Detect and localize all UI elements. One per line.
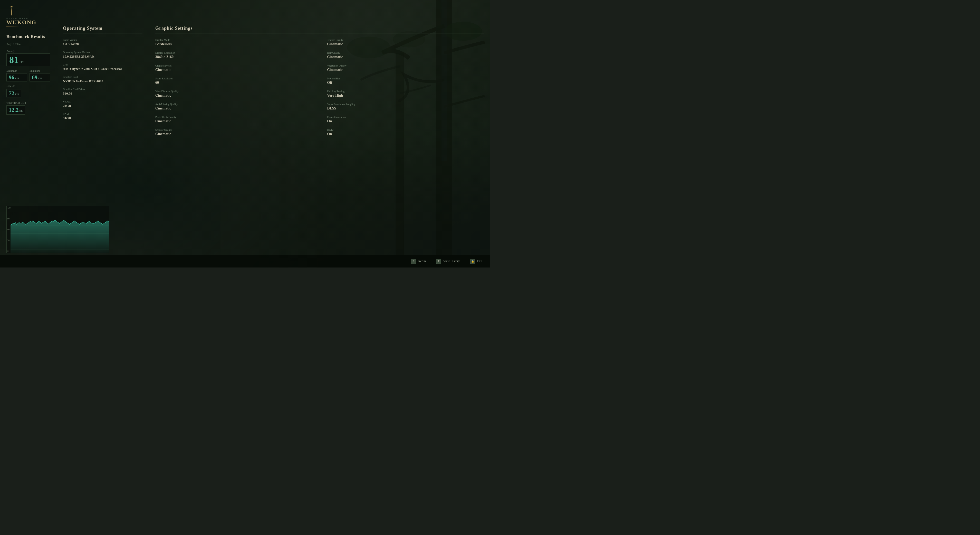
super-res-value: 60 [155,81,312,85]
vram-unit: GB [19,110,23,112]
max-label: Maximum [6,69,27,72]
texture-quality-label: Texture Quality [327,38,484,42]
frame-gen-value: On [327,119,484,123]
cpu-label: CPU [63,63,142,66]
display-mode-label: Display Mode [155,38,312,42]
logo-icon [6,5,21,17]
logo: BLACK MYTH WUKONG [6,5,50,27]
super-res-label: Super Resolution [155,77,312,80]
max-unit: FPS [15,77,19,80]
settings-right-col: Texture Quality Cinematic Hair Quality C… [327,38,484,141]
gpu-item: Graphics Card NVIDIA GeForce RTX 4090 [63,75,142,83]
graphics-preset-item: Graphics Preset Cinematic [155,64,312,72]
benchmark-date: Aug 13, 2024 [6,43,50,45]
anti-aliasing-item: Anti-Aliasing Quality Cinematic [155,103,312,110]
gpu-value: NVIDIA GeForce RTX 4090 [63,79,142,83]
rerun-button[interactable]: R Rerun [411,259,426,264]
display-res-value: 3840 × 2160 [155,55,312,59]
history-key: T [436,259,441,264]
chart-label-0: 0 [8,250,11,252]
full-ray-tracing-label: Full Ray Tracing [327,90,484,93]
min-stat: 69 FPS [30,73,50,81]
anti-aliasing-label: Anti-Aliasing Quality [155,103,312,105]
ram-value: 31GB [63,116,142,120]
anti-aliasing-value: Cinematic [155,106,312,110]
bottom-bar: R Rerun T View History 🔒 Exit [0,255,490,267]
min-stat-container: Minimum 69 FPS [30,69,50,81]
right-panel: Graphic Settings Display Mode Borderless… [149,0,490,267]
super-res-sampling-item: Super Resolution Sampling DLSS [327,103,484,110]
average-label: Average [6,50,50,53]
svg-point-7 [11,6,12,7]
game-version-label: Game Version [63,38,142,42]
min-fps: 69 [32,75,38,80]
average-unit: FPS [19,61,24,64]
os-vram-value: 24GB [63,104,142,108]
texture-quality-item: Texture Quality Cinematic [327,38,484,46]
super-res-item: Super Resolution 60 [155,77,312,85]
exit-key: 🔒 [470,259,475,264]
logo-title: WUKONG [6,19,37,25]
benchmark-title: Benchmark Results [6,34,50,39]
vegetation-quality-value: Cinematic [327,68,484,72]
ram-item: RAM 31GB [63,113,142,120]
max-stat: 96 FPS [6,73,27,81]
frame-gen-item: Frame Generation On [327,116,484,123]
vram-item: VRAM 24GB [63,100,142,108]
texture-quality-value: Cinematic [327,42,484,46]
full-ray-tracing-item: Full Ray Tracing Very High [327,90,484,97]
vram-label: Total VRAM Used [6,102,50,104]
gpu-label: Graphics Card [63,75,142,78]
dx12-label: DX12 [327,128,484,131]
vram-num: 12.2 [9,107,19,113]
os-version-label: Operating System Version [63,51,142,54]
dx12-value: On [327,132,484,136]
full-ray-tracing-value: Very High [327,94,484,97]
motion-blur-label: Motion Blur [327,77,484,80]
average-fps: 81 [9,55,19,64]
min-unit: FPS [38,77,42,80]
ram-label: RAM [63,113,142,115]
chart-y-labels: 120 90 60 30 0 [8,206,11,253]
settings-left-col: Display Mode Borderless Display Resoluti… [155,38,312,141]
shadow-quality-label: Shadow Quality [155,128,312,131]
view-history-button[interactable]: T View History [436,259,460,264]
display-res-label: Display Resolution [155,51,312,54]
driver-item: Graphics Card Driver 560.70 [63,88,142,96]
average-stat: 81 FPS [6,53,50,66]
display-res-item: Display Resolution 3840 × 2160 [155,51,312,59]
fps-chart: 120 90 60 30 0 [6,206,109,253]
os-version-item: Operating System Version 10.0.22635.1.25… [63,51,142,59]
view-distance-label: View Distance Quality [155,90,312,93]
chart-label-30: 30 [8,239,11,241]
vram-stat: 12.2 GB [6,105,25,115]
low5-label: Low 5th [6,85,50,87]
hair-quality-label: Hair Quality [327,51,484,54]
super-res-sampling-label: Super Resolution Sampling [327,103,484,105]
chart-label-90: 90 [8,218,11,220]
vegetation-quality-item: Vegetation Quality Cinematic [327,64,484,72]
hair-quality-item: Hair Quality Cinematic [327,51,484,59]
post-effects-label: Post-Effects Quality [155,116,312,118]
game-version-item: Game Version 1.0.3.14628 [63,38,142,46]
shadow-quality-item: Shadow Quality Cinematic [155,128,312,136]
max-stat-container: Maximum 96 FPS [6,69,27,81]
chart-label-120: 120 [8,207,11,209]
os-title: Operating System [63,26,142,34]
motion-blur-item: Motion Blur Off [327,77,484,85]
max-fps: 96 [9,75,14,80]
min-label: Minimum [30,69,50,72]
low5-fps: 72 [9,91,14,96]
cpu-item: CPU AMD Ryzen 7 7800X3D 8-Core Processor [63,63,142,71]
exit-label: Exit [477,259,482,263]
dx12-item: DX12 On [327,128,484,136]
rerun-label: Rerun [418,259,426,263]
low5-unit: FPS [15,93,19,96]
post-effects-value: Cinematic [155,119,312,123]
display-mode-item: Display Mode Borderless [155,38,312,46]
game-version-value: 1.0.3.14628 [63,42,142,46]
os-version-value: 10.0.22635.1.256.64bit [63,54,142,59]
frame-gen-label: Frame Generation [327,116,484,118]
exit-button[interactable]: 🔒 Exit [470,259,482,264]
post-effects-item: Post-Effects Quality Cinematic [155,116,312,123]
